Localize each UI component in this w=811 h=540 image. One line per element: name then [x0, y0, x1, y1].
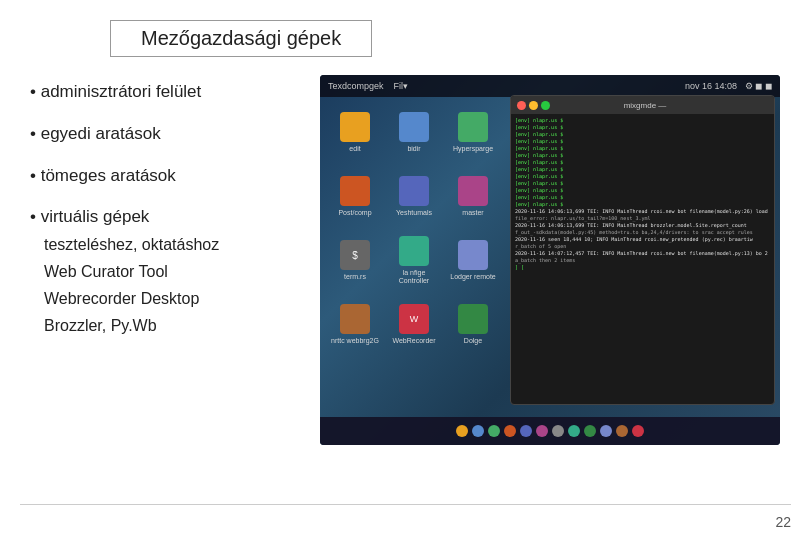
sub-item-4: Brozzler, Py.Wb — [44, 314, 300, 338]
terminal-line-12: [env] nlapr.us $ — [515, 201, 770, 208]
icon-img-7 — [399, 236, 429, 266]
bullet-item-3: • tömeges aratások — [30, 164, 300, 188]
terminal-min-btn — [529, 101, 538, 110]
taskbar-dot-8 — [584, 425, 596, 437]
desktop-icon-5: master — [448, 169, 498, 224]
topbar-time: nov 16 14:08 — [685, 81, 737, 91]
icon-img-11 — [458, 304, 488, 334]
icon-label-8: Lodger remote — [450, 273, 496, 281]
icon-img-10: W — [399, 304, 429, 334]
icon-label-3: Post/comp — [338, 209, 371, 217]
terminal-line-17: 2020-11-16 seen 18,444 10; INFO MainThre… — [515, 236, 770, 243]
icon-label-9: nrttc webbrg2G — [331, 337, 379, 345]
icon-label-6: term.rs — [344, 273, 366, 281]
terminal-titlebar: mixgmde — — [511, 96, 774, 114]
terminal-window: mixgmde — [env] nlapr.us $ [env] nlapr.u… — [510, 95, 775, 405]
bullet-item-1: • adminisztrátori felület — [30, 80, 300, 104]
right-column: Texdcompgek Fil▾ nov 16 14:08 ⚙ ◼ ◼ edit — [320, 75, 781, 445]
desktop-icons-grid: edit bidir Hypersparge Post/comp — [330, 105, 503, 357]
desktop-icon-10: W WebRecorder — [389, 297, 439, 352]
content-area: • adminisztrátori felület • egyedi aratá… — [30, 75, 781, 445]
terminal-line-16: f_out_-sdkdata(model.py:45) method=tru.t… — [515, 229, 770, 236]
icon-label-0: edit — [349, 145, 360, 153]
terminal-line-0: [env] nlapr.us $ — [515, 117, 770, 124]
desktop-icon-4: Yeshtumals — [389, 169, 439, 224]
sub-item-3: Webrecorder Desktop — [44, 287, 300, 311]
taskbar-dot-9 — [600, 425, 612, 437]
taskbar-dot-6 — [552, 425, 564, 437]
icon-img-3 — [340, 176, 370, 206]
icon-label-7: la nfige Controller — [389, 269, 439, 284]
icon-img-4 — [399, 176, 429, 206]
terminal-title: mixgmde — — [554, 101, 736, 110]
terminal-line-7: [env] nlapr.us $ — [515, 166, 770, 173]
bottom-separator — [20, 504, 791, 505]
taskbar-dot-3 — [504, 425, 516, 437]
desktop-icon-1: bidir — [389, 105, 439, 160]
topbar-app: Texdcompgek — [328, 81, 384, 91]
terminal-line-6: [env] nlapr.us $ — [515, 159, 770, 166]
desktop-icon-2: Hypersparge — [448, 105, 498, 160]
desktop-screenshot: Texdcompgek Fil▾ nov 16 14:08 ⚙ ◼ ◼ edit — [320, 75, 780, 445]
bullet-item-2: • egyedi aratások — [30, 122, 300, 146]
desktop-topbar: Texdcompgek Fil▾ nov 16 14:08 ⚙ ◼ ◼ — [320, 75, 780, 97]
slide-container: Mezőgazdasági gépek • adminisztrátori fe… — [0, 0, 811, 540]
desktop-icon-11: Dolge — [448, 297, 498, 352]
desktop-icon-0: edit — [330, 105, 380, 160]
icon-label-4: Yeshtumals — [396, 209, 432, 217]
icon-img-0 — [340, 112, 370, 142]
sub-item-1: teszteléshez, oktatáshoz — [44, 233, 300, 257]
desktop-icon-9: nrttc webbrg2G — [330, 297, 380, 352]
icon-img-9 — [340, 304, 370, 334]
terminal-line-9: [env] nlapr.us $ — [515, 180, 770, 187]
icon-label-2: Hypersparge — [453, 145, 493, 153]
terminal-window-controls — [517, 101, 550, 110]
taskbar-dot-4 — [520, 425, 532, 437]
desktop-background: Texdcompgek Fil▾ nov 16 14:08 ⚙ ◼ ◼ edit — [320, 75, 780, 445]
taskbar-dot-container — [326, 425, 774, 437]
terminal-max-btn — [541, 101, 550, 110]
terminal-line-18: r_batch of 5 open — [515, 243, 770, 250]
icon-img-1 — [399, 112, 429, 142]
desktop-icon-7: la nfige Controller — [389, 233, 439, 288]
icon-img-2 — [458, 112, 488, 142]
topbar-right: nov 16 14:08 ⚙ ◼ ◼ — [685, 81, 772, 91]
slide-title: Mezőgazdasági gépek — [141, 27, 341, 49]
title-box: Mezőgazdasági gépek — [110, 20, 372, 57]
taskbar-dot-0 — [456, 425, 468, 437]
icon-img-8 — [458, 240, 488, 270]
icon-label-10: WebRecorder — [392, 337, 435, 345]
terminal-line-13: 2020-11-16 14:06:13,699 TEI: INFO MainTh… — [515, 208, 770, 215]
sub-item-2: Web Curator Tool — [44, 260, 300, 284]
icon-img-6: $ — [340, 240, 370, 270]
terminal-line-2: [env] nlapr.us $ — [515, 131, 770, 138]
taskbar-dot-1 — [472, 425, 484, 437]
terminal-line-10: [env] nlapr.us $ — [515, 187, 770, 194]
desktop-icon-6: $ term.rs — [330, 233, 380, 288]
left-column: • adminisztrátori felület • egyedi aratá… — [30, 75, 300, 445]
desktop-icon-3: Post/comp — [330, 169, 380, 224]
bullet-item-4: • virtuális gépek — [30, 205, 300, 229]
terminal-line-19: 2020-11-16 14:07:12,457 TEI: INFO MainTh… — [515, 250, 770, 257]
terminal-close-btn — [517, 101, 526, 110]
taskbar-dot-2 — [488, 425, 500, 437]
icon-img-5 — [458, 176, 488, 206]
terminal-body: [env] nlapr.us $ [env] nlapr.us $ [env] … — [511, 114, 774, 274]
terminal-line-3: [env] nlapr.us $ — [515, 138, 770, 145]
topbar-icons: ⚙ ◼ ◼ — [745, 81, 772, 91]
icon-label-5: master — [462, 209, 483, 217]
icon-label-11: Dolge — [464, 337, 482, 345]
taskbar-dot-5 — [536, 425, 548, 437]
terminal-line-1: [env] nlapr.us $ — [515, 124, 770, 131]
page-number: 22 — [775, 514, 791, 530]
terminal-line-5: [env] nlapr.us $ — [515, 152, 770, 159]
topbar-left: Texdcompgek Fil▾ — [328, 81, 408, 91]
icon-label-1: bidir — [407, 145, 420, 153]
terminal-line-14: file_error: nlapr.us/to_tail?m=100_nest_… — [515, 215, 770, 222]
taskbar-dot-10 — [616, 425, 628, 437]
terminal-line-20: a_batch then 2 items — [515, 257, 770, 264]
taskbar-dot-11 — [632, 425, 644, 437]
terminal-line-15: 2020-11-16 14:06:13,699 TEI: INFO MainTh… — [515, 222, 770, 229]
desktop-taskbar — [320, 417, 780, 445]
terminal-line-4: [env] nlapr.us $ — [515, 145, 770, 152]
